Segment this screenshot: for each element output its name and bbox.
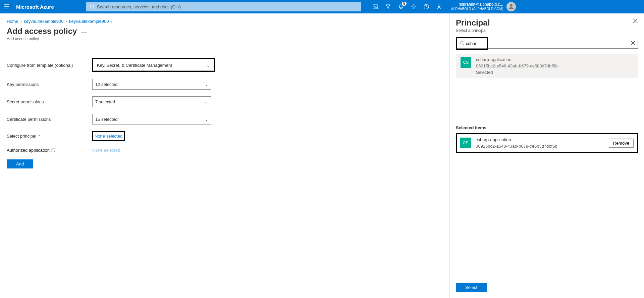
- user-email: mibrahim@alphabold.c...: [451, 2, 503, 7]
- chevron-right-icon: ›: [20, 19, 22, 24]
- chevron-right-icon: ›: [111, 19, 112, 24]
- search-result-item[interactable]: CS csharp-application 06915bc2-a548-43ab…: [456, 54, 638, 78]
- selected-item-row: CS csharp-application 06915bc2-a548-43ab…: [456, 133, 638, 153]
- add-button[interactable]: Add: [7, 159, 33, 168]
- page-subtitle: Add access policy: [7, 37, 443, 41]
- svg-point-5: [460, 41, 463, 44]
- chevron-down-icon: ⌄: [205, 82, 208, 87]
- hamburger-icon[interactable]: [4, 4, 9, 10]
- directory-filter-icon[interactable]: [384, 3, 392, 11]
- principal-panel: Principal Select a principal: [449, 13, 644, 298]
- user-tenant: ALPHABOLD (ALPHABOLD.COM): [451, 7, 503, 11]
- svg-point-0: [90, 5, 94, 8]
- breadcrumb: Home › keyvaultexample900 › keyvaultexam…: [7, 19, 443, 24]
- cert-permissions-value: 15 selected: [95, 117, 118, 122]
- search-icon: [90, 4, 95, 9]
- brand-label[interactable]: Microsoft Azure: [16, 4, 54, 10]
- secret-permissions-dropdown[interactable]: 7 selected ⌄: [92, 96, 211, 107]
- result-id: 06915bc2-a548-43ab-b679-ce6b3d7dbf6b: [476, 63, 558, 68]
- avatar[interactable]: [506, 2, 516, 11]
- secret-permissions-value: 7 selected: [95, 99, 115, 104]
- svg-rect-1: [373, 5, 378, 9]
- global-search[interactable]: [86, 2, 361, 11]
- select-principal-link[interactable]: None selected: [95, 134, 122, 139]
- result-status: Selected: [476, 70, 558, 75]
- secret-permissions-label: Secret permissions: [7, 99, 92, 104]
- selected-items-header: Selected items: [456, 125, 638, 130]
- main-area: Home › keyvaultexample900 › keyvaultexam…: [0, 13, 449, 298]
- principal-tile-icon: CS: [460, 138, 471, 148]
- result-name: csharp-application: [476, 57, 558, 62]
- global-header: Microsoft Azure 5 mibrahim@alphabold.c..…: [0, 0, 644, 13]
- breadcrumb-item[interactable]: keyvaultexample900: [69, 19, 109, 24]
- page-title: Add access policy …: [7, 27, 443, 36]
- notifications-badge: 5: [402, 2, 407, 6]
- settings-icon[interactable]: [410, 3, 418, 11]
- header-icons: 5: [371, 3, 443, 11]
- notifications-icon[interactable]: 5: [397, 3, 405, 11]
- chevron-down-icon: ⌄: [205, 99, 208, 104]
- authorized-app-label: Authorized application i: [7, 148, 92, 153]
- select-principal-label: Select principal*: [7, 134, 92, 139]
- remove-button[interactable]: Remove: [609, 139, 634, 148]
- page-title-text: Add access policy: [7, 27, 77, 36]
- template-value: Key, Secret, & Certificate Management: [97, 63, 172, 68]
- feedback-icon[interactable]: [435, 3, 443, 11]
- selected-name: csharp-application: [476, 137, 557, 142]
- key-permissions-dropdown[interactable]: 12 selected ⌄: [92, 79, 211, 90]
- breadcrumb-home[interactable]: Home: [7, 19, 18, 24]
- more-actions-icon[interactable]: …: [81, 28, 87, 35]
- info-icon[interactable]: i: [51, 148, 55, 152]
- breadcrumb-item[interactable]: keyvaultexample900: [24, 19, 64, 24]
- select-button[interactable]: Select: [456, 283, 487, 292]
- close-icon[interactable]: [633, 18, 638, 24]
- svg-point-4: [438, 5, 440, 7]
- principal-search-input[interactable]: [465, 41, 484, 46]
- template-label: Configure from template (optional): [7, 63, 92, 68]
- panel-subtitle: Select a principal: [456, 28, 490, 33]
- key-permissions-label: Key permissions: [7, 82, 92, 87]
- clear-icon[interactable]: [631, 41, 635, 46]
- user-account[interactable]: mibrahim@alphabold.c... ALPHABOLD (ALPHA…: [451, 2, 516, 11]
- help-icon[interactable]: [422, 3, 430, 11]
- principal-tile-icon: CS: [461, 57, 471, 68]
- svg-point-2: [413, 6, 414, 7]
- cloudshell-icon[interactable]: [371, 3, 379, 11]
- chevron-down-icon: ⌄: [206, 63, 210, 68]
- selected-id: 06915bc2-a548-43ab-b679-ce6b3d7dbf6b: [476, 144, 557, 149]
- search-icon: [460, 41, 465, 46]
- chevron-down-icon: ⌄: [205, 117, 208, 122]
- authorized-app-link: None selected: [92, 148, 120, 153]
- cert-permissions-label: Certificate permissions: [7, 117, 92, 122]
- global-search-input[interactable]: [95, 4, 358, 9]
- chevron-right-icon: ›: [66, 19, 67, 24]
- key-permissions-value: 12 selected: [95, 82, 118, 87]
- template-dropdown[interactable]: Key, Secret, & Certificate Management ⌄: [94, 60, 213, 70]
- cert-permissions-dropdown[interactable]: 15 selected ⌄: [92, 114, 211, 125]
- panel-title: Principal: [456, 18, 490, 28]
